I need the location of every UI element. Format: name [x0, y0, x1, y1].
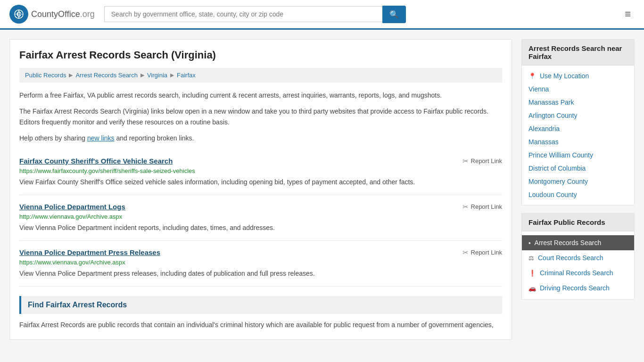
description-3: Help others by sharing new links and rep…: [19, 133, 502, 143]
location-icon: 📍: [528, 73, 536, 80]
site-header: C CountyOffice.org 🔍 ≡: [0, 0, 644, 30]
result-url-1[interactable]: https://www.fairfaxcounty.gov/sheriff/sh…: [19, 167, 502, 174]
new-links-link[interactable]: new links: [87, 134, 115, 142]
record-item-driving[interactable]: 🚗 Driving Records Search: [522, 280, 634, 296]
result-desc-3: View Vienna Police Department press rele…: [19, 269, 502, 279]
report-link-1[interactable]: ✂ Report Link: [462, 157, 502, 165]
report-link-2[interactable]: ✂ Report Link: [462, 203, 502, 211]
sidebar: Arrest Records Search near Fairfax 📍 Use…: [521, 39, 635, 340]
report-icon-3: ✂: [462, 248, 469, 257]
report-icon-2: ✂: [462, 203, 469, 211]
result-card-1: Fairfax County Sheriff's Office Vehicle …: [19, 149, 502, 195]
description-1: Perform a free Fairfax, VA public arrest…: [19, 90, 502, 100]
result-header-1: Fairfax County Sheriff's Office Vehicle …: [19, 157, 502, 165]
report-icon-1: ✂: [462, 157, 469, 165]
result-url-3[interactable]: https://www.viennava.gov/Archive.aspx: [19, 259, 502, 266]
nearby-link-vienna[interactable]: Vienna: [522, 82, 634, 96]
nearby-link-manassas[interactable]: Manassas: [522, 135, 634, 148]
breadcrumb-sep-2: ▶: [140, 72, 144, 78]
record-item-arrest[interactable]: ▪ Arrest Records Search: [522, 235, 634, 250]
result-card-3: Vienna Police Department Press Releases …: [19, 241, 502, 287]
result-header-2: Vienna Police Department Logs ✂ Report L…: [19, 203, 502, 211]
nearby-links: 📍 Use My Location Vienna Manassas Park A…: [522, 66, 634, 205]
report-link-3[interactable]: ✂ Report Link: [462, 248, 502, 257]
record-item-court[interactable]: ⚖ Court Records Search: [522, 250, 634, 265]
result-url-2[interactable]: http://www.viennava.gov/Archive.aspx: [19, 213, 502, 220]
result-title-2[interactable]: Vienna Police Department Logs: [19, 203, 125, 211]
criminal-icon: ❗: [528, 270, 536, 277]
nearby-link-arlington-county[interactable]: Arlington County: [522, 109, 634, 122]
record-item-criminal[interactable]: ❗ Criminal Records Search: [522, 265, 634, 280]
search-bar: 🔍: [104, 6, 406, 23]
nearby-link-prince-william[interactable]: Prince William County: [522, 148, 634, 162]
nearby-link-montgomery[interactable]: Montgomery County: [522, 175, 634, 188]
logo[interactable]: C CountyOffice.org: [9, 5, 95, 24]
description-2: The Fairfax Arrest Records Search (Virgi…: [19, 106, 502, 127]
nearby-link-manassas-park[interactable]: Manassas Park: [522, 96, 634, 109]
page-container: Fairfax Arrest Records Search (Virginia)…: [0, 30, 644, 349]
breadcrumb-item-fairfax[interactable]: Fairfax: [177, 72, 196, 79]
result-header-3: Vienna Police Department Press Releases …: [19, 248, 502, 257]
driving-icon: 🚗: [528, 285, 536, 292]
nearby-link-dc[interactable]: District of Columbia: [522, 162, 634, 175]
result-desc-1: View Fairfax County Sheriff's Office sei…: [19, 177, 502, 187]
search-button[interactable]: 🔍: [382, 6, 406, 23]
breadcrumb-sep-1: ▶: [69, 72, 73, 78]
main-content: Fairfax Arrest Records Search (Virginia)…: [9, 39, 512, 340]
breadcrumb-sep-3: ▶: [170, 72, 174, 78]
result-desc-2: View Vienna Police Department incident r…: [19, 223, 502, 233]
use-my-location-link[interactable]: 📍 Use My Location: [522, 69, 634, 82]
nearby-link-loudoun[interactable]: Loudoun County: [522, 188, 634, 201]
nearby-link-alexandria[interactable]: Alexandria: [522, 122, 634, 135]
breadcrumb: Public Records ▶ Arrest Records Search ▶…: [19, 68, 502, 82]
result-card-2: Vienna Police Department Logs ✂ Report L…: [19, 195, 502, 241]
public-records-title: Fairfax Public Records: [522, 214, 634, 231]
menu-button[interactable]: ≡: [621, 6, 635, 22]
search-input[interactable]: [104, 6, 382, 22]
logo-icon: C: [9, 5, 28, 24]
breadcrumb-item-virginia[interactable]: Virginia: [147, 72, 167, 79]
find-section-heading: Find Fairfax Arrest Records: [19, 296, 502, 314]
public-records-box: Fairfax Public Records ▪ Arrest Records …: [521, 213, 635, 300]
logo-text: CountyOffice.org: [31, 9, 95, 19]
nearby-title: Arrest Records Search near Fairfax: [522, 40, 634, 66]
arrest-icon: ▪: [528, 239, 531, 247]
page-title: Fairfax Arrest Records Search (Virginia): [19, 49, 502, 61]
breadcrumb-item-public-records[interactable]: Public Records: [25, 72, 66, 79]
result-title-1[interactable]: Fairfax County Sheriff's Office Vehicle …: [19, 157, 173, 165]
nearby-box: Arrest Records Search near Fairfax 📍 Use…: [521, 39, 635, 206]
court-icon: ⚖: [528, 255, 534, 262]
breadcrumb-item-arrest-records[interactable]: Arrest Records Search: [75, 72, 138, 79]
result-title-3[interactable]: Vienna Police Department Press Releases: [19, 248, 160, 256]
find-section-text: Fairfax Arrest Records are public record…: [19, 320, 502, 330]
public-records-links: ▪ Arrest Records Search ⚖ Court Records …: [522, 231, 634, 299]
